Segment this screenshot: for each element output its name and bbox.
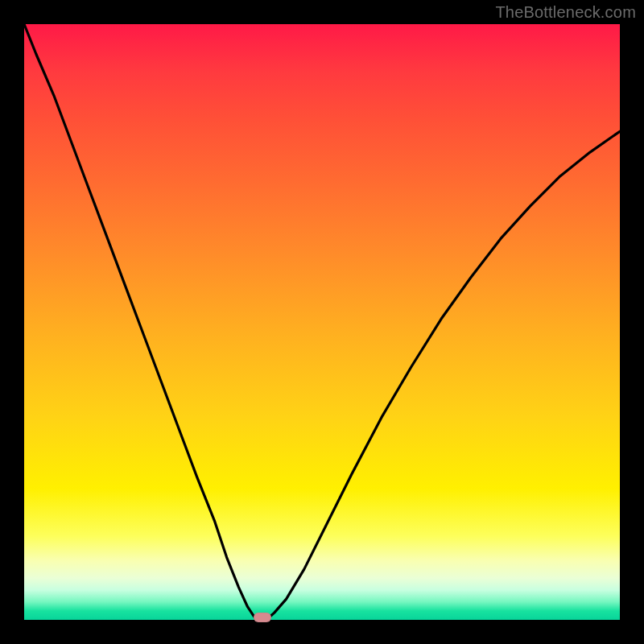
optimum-marker (254, 613, 271, 622)
chart-frame: TheBottleneck.com (0, 0, 644, 644)
watermark-text: TheBottleneck.com (495, 3, 636, 22)
plot-area (24, 24, 620, 620)
bottleneck-curve (24, 24, 620, 620)
